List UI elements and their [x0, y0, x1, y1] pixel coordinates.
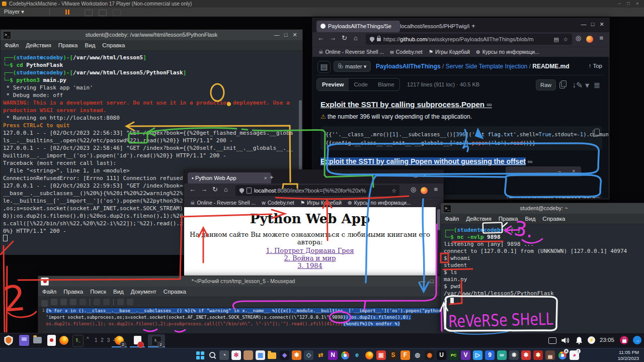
unreal-icon[interactable]: U	[437, 350, 446, 360]
menu-item[interactable]: Документ	[131, 289, 156, 295]
menu-item[interactable]: Файл	[5, 42, 19, 48]
toolbar-icon[interactable]	[79, 299, 86, 305]
breadcrumb-folder[interactable]: Server Side Template Injection	[446, 63, 528, 70]
tracking-shield-icon[interactable]	[370, 37, 374, 42]
menu-item[interactable]: Действия	[26, 42, 51, 48]
toolbar-icon[interactable]	[117, 299, 124, 305]
tab-localhost-phptwig[interactable]: localhost/lesson5/PHPTwig/i×	[396, 21, 474, 32]
url-bar[interactable]: https://github.com/swisskyrepo/PayloadsA…	[366, 34, 572, 45]
heading-subprocess-popen[interactable]: Exploit the SSTI by calling subprocess.P…	[320, 100, 492, 109]
min-button[interactable]: —	[418, 276, 427, 287]
nine-app-icon[interactable]: 9	[485, 350, 495, 360]
bookmark-item[interactable]: wCodeby.net	[256, 200, 294, 206]
min-button[interactable]: —	[402, 172, 411, 178]
download-icon[interactable]: ↓	[572, 80, 576, 89]
bookmark-item[interactable]: ⚑Игры Кодебай	[423, 49, 470, 55]
printer-app-icon[interactable]: ▄	[545, 350, 555, 360]
menu-item[interactable]: Файл	[42, 289, 56, 295]
mousepad-launcher-icon[interactable]	[47, 335, 56, 346]
lock-screen-icon[interactable]	[620, 336, 628, 344]
onenote-icon[interactable]: N	[328, 350, 338, 360]
toolbar-icon[interactable]	[103, 299, 110, 305]
pocket-icon[interactable]: ◎	[411, 186, 416, 193]
bookmark-star-icon[interactable]: ☆	[563, 34, 568, 45]
vscode-icon[interactable]: ▷	[473, 350, 482, 360]
app-menu-icon[interactable]: ≡	[434, 186, 438, 193]
panel-expander[interactable]: ^	[87, 336, 89, 342]
volume-icon[interactable]	[560, 336, 570, 345]
bookmark-item[interactable]: ☠Online - Reverse Shell ...	[312, 49, 384, 55]
bookmark-item[interactable]: ⚑Игры Кодебай	[294, 200, 342, 206]
bookmark-star-icon[interactable]: ☆	[391, 185, 396, 196]
tab-blame[interactable]: Blame	[373, 78, 399, 90]
terminal-launcher-icon[interactable]: $_	[72, 335, 84, 347]
copy-file-icon[interactable]	[559, 82, 565, 88]
raw-button[interactable]: Raw	[536, 79, 556, 90]
taskbar-firefox-button[interactable]: 2	[112, 334, 127, 347]
breadcrumb-repo[interactable]: PayloadsAllTheThings	[376, 63, 441, 70]
bookmark-item[interactable]: ☠Online - Reverse Shell ...	[184, 200, 256, 206]
gauge-app-icon[interactable]: ◔	[219, 350, 229, 360]
max-button[interactable]: □	[588, 21, 597, 27]
bookmark-item[interactable]: ⊕Курсы по информаци...	[342, 200, 411, 206]
menu-item[interactable]: Вид	[85, 42, 96, 48]
close-button[interactable]: ✕	[420, 172, 429, 179]
obsidian-icon[interactable]: ◆	[280, 350, 289, 360]
toolbar-icon[interactable]	[60, 299, 67, 305]
forward-icon[interactable]: →	[201, 186, 207, 193]
sphere-app-icon[interactable]: ◍	[413, 350, 422, 360]
back-icon[interactable]: ←	[189, 186, 196, 193]
vm-maximize-button[interactable]: □	[625, 1, 632, 7]
red-app-icon[interactable]: ▣	[376, 350, 386, 360]
fullscreen-icon[interactable]	[99, 10, 107, 16]
code-block-subprocess[interactable]: {{''.__class__.mro()[1].__subclasses__()…	[320, 126, 602, 150]
max-button[interactable]: □	[281, 30, 290, 40]
menu-item[interactable]: Правка	[58, 42, 78, 48]
menu-item[interactable]: Справка	[164, 289, 186, 295]
kali-menu-icon[interactable]	[3, 335, 15, 346]
f-app-icon[interactable]: F	[400, 350, 410, 360]
terminal-titlebar[interactable]: >_ student@codeby: ~	[441, 203, 644, 214]
min-button[interactable]: —	[272, 30, 281, 40]
firefox-icon[interactable]	[364, 350, 374, 360]
logout-icon[interactable]: →	[633, 336, 641, 344]
taskbar-mousepad-button[interactable]	[130, 334, 145, 347]
back-to-top-link[interactable]: ↑ Top	[589, 63, 602, 69]
file-explorer-icon[interactable]	[268, 350, 277, 360]
menu-item[interactable]: Правка	[499, 216, 518, 222]
co-app-icon[interactable]: ∞	[497, 350, 507, 360]
max-button[interactable]: □	[427, 276, 436, 287]
search-icon[interactable]	[207, 350, 217, 360]
reload-icon[interactable]: ↻	[212, 186, 218, 193]
gear-red2-icon[interactable]: ✱	[533, 350, 543, 360]
arrows-app-icon[interactable]: ⇄	[316, 350, 326, 360]
tab-preview[interactable]: Preview	[317, 78, 349, 90]
menu-item[interactable]: Вид	[113, 289, 124, 295]
edit-pencil-icon[interactable]: ✎ ▾	[576, 80, 589, 90]
pycharm-icon[interactable]: PC	[449, 350, 458, 360]
notification-bell-icon[interactable]	[575, 336, 584, 345]
toolbar-icon[interactable]	[70, 299, 76, 305]
chrome-profile-icon[interactable]: A	[557, 350, 567, 360]
vmware-icon[interactable]: ✱	[292, 350, 301, 360]
min-button[interactable]: –	[558, 166, 561, 176]
calendar-icon[interactable]: ▦	[256, 350, 265, 360]
firefox-account-icon[interactable]	[586, 36, 593, 43]
start-button[interactable]	[195, 350, 205, 360]
hornet-app-icon[interactable]: ❋	[509, 350, 519, 360]
taskbar-terminal-button[interactable]: $_2	[148, 334, 165, 347]
updates-icon[interactable]: ⚡	[588, 336, 595, 344]
tray-window-icon[interactable]	[548, 337, 556, 344]
new-tab-button[interactable]: +	[270, 173, 274, 181]
menu-item[interactable]: Поиск	[90, 289, 106, 295]
toolbar-icon[interactable]	[51, 299, 57, 305]
terminal-output[interactable]: ┌──(student⊛codeby)-[~]└─$ nc -nvlp 9898…	[441, 224, 644, 335]
min-button[interactable]: —	[579, 21, 588, 27]
shield-app-icon[interactable]: ◇	[304, 350, 313, 360]
tab-python-web-app[interactable]: • Python Web App×	[188, 172, 271, 184]
close-button[interactable]: ✕	[290, 30, 299, 40]
toolbar-icon[interactable]	[127, 299, 133, 305]
tab-payloadsallthethings[interactable]: PayloadsAllTheThings/Se×	[316, 21, 400, 32]
home-icon[interactable]: ⌂	[224, 186, 228, 193]
bookmark-item[interactable]: wCodeby.net	[384, 49, 423, 55]
